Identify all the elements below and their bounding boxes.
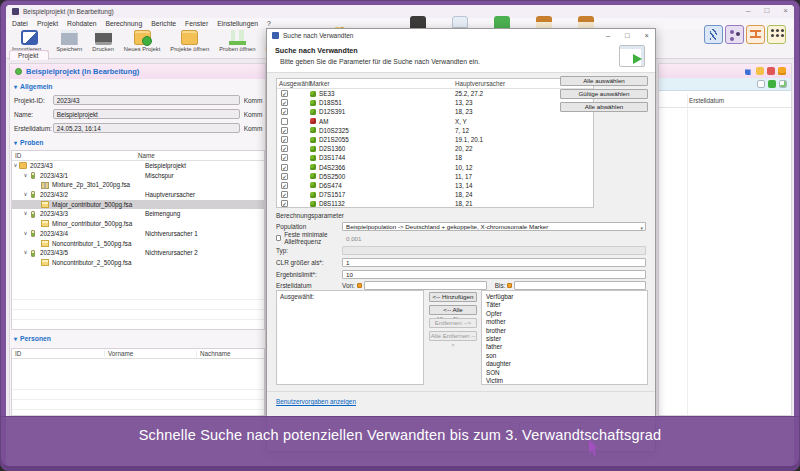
allele-frequency-checkbox[interactable] — [276, 235, 281, 242]
select-button[interactable]: Alle abwählen — [560, 102, 648, 112]
section-allgemein[interactable]: ▾ Allgemein — [14, 83, 53, 90]
available-person-item[interactable]: SON — [486, 369, 643, 377]
marker-row[interactable]: ✓ D8S1132 18, 21 — [277, 199, 593, 208]
marker-checkbox[interactable]: ✓ — [281, 90, 288, 97]
expander-icon[interactable]: ∨ — [22, 229, 29, 239]
marker-checkbox[interactable]: ✓ — [281, 108, 288, 115]
available-person-item[interactable]: brother — [486, 327, 643, 335]
marker-row[interactable]: ✓ D12S391 18, 23 — [277, 107, 593, 116]
menu-item[interactable]: Berichte — [151, 20, 176, 27]
minimize-icon[interactable]: – — [606, 31, 610, 40]
available-person-item[interactable]: daughter — [486, 360, 643, 368]
duallist-button[interactable]: <-- Alle Hinzufügen — [429, 305, 477, 315]
menu-item[interactable]: Rohdaten — [67, 20, 96, 27]
marker-checkbox[interactable]: ✓ — [281, 99, 288, 106]
close-icon[interactable]: × — [783, 6, 788, 15]
tree-row[interactable]: ∨ 2023/43/1 Mischspur — [12, 171, 264, 181]
menu-item[interactable]: Einstellungen — [217, 20, 258, 27]
maximize-icon[interactable]: □ — [625, 31, 630, 40]
dna-icon[interactable] — [704, 25, 723, 44]
partial-papers-icon[interactable] — [452, 16, 468, 28]
toolbar-button[interactable]: Projekte öffnen — [170, 29, 209, 52]
available-person-item[interactable]: Täter — [486, 301, 643, 309]
marker-row[interactable]: ✓ D21S2055 19.1, 20.1 — [277, 135, 593, 144]
marker-row[interactable]: ✓ D10S2325 7, 12 — [277, 126, 593, 135]
available-person-item[interactable]: son — [486, 352, 643, 360]
available-person-item[interactable]: sister — [486, 335, 643, 343]
marker-checkbox[interactable]: ✓ — [281, 191, 288, 198]
tree-row[interactable]: Major_contributor_500pg.fsa — [12, 200, 264, 210]
profiles-icon[interactable] — [767, 25, 786, 44]
marker-checkbox[interactable]: ✓ — [281, 164, 288, 171]
available-persons-list[interactable]: Verfügbar TäterOpfermotherbrothersisterf… — [481, 290, 648, 385]
name-field[interactable]: Beispielprojekt — [53, 109, 240, 119]
marker-checkbox[interactable]: ✓ — [281, 154, 288, 161]
menu-item[interactable]: Fenster — [185, 20, 208, 27]
expander-icon[interactable]: ∨ — [12, 161, 19, 171]
marker-checkbox[interactable]: ✓ — [281, 182, 288, 189]
marker-checkbox[interactable]: ✓ — [281, 200, 288, 207]
marker-row[interactable]: ✓ D4S2366 10, 12 — [277, 163, 593, 172]
yellow-circle-icon[interactable] — [756, 67, 764, 75]
tab-projekt[interactable]: Projekt — [9, 50, 49, 60]
partial-clipboard-icon-2[interactable] — [578, 16, 594, 28]
marker-row[interactable]: ✓ D7S1517 18, 24 — [277, 190, 593, 199]
erstelldatum-column-header[interactable]: Erstelldatum — [689, 97, 724, 104]
red-circle-icon[interactable] — [767, 67, 775, 75]
expander-icon[interactable]: ∨ — [22, 190, 29, 200]
marker-row[interactable]: ✓ D6S474 13, 14 — [277, 181, 593, 190]
select-button[interactable]: Alle auswählen — [560, 76, 648, 86]
benutzervorgaben-link[interactable]: Benutzervorgaben anzeigen — [276, 398, 356, 405]
close-icon[interactable]: × — [645, 31, 649, 40]
marker-row[interactable]: AM X, Y — [277, 117, 593, 126]
persons-icon[interactable] — [725, 25, 744, 44]
menu-item[interactable]: ? — [267, 20, 271, 27]
toolbar-button[interactable]: Neues Projekt — [124, 29, 160, 52]
date-from-field[interactable] — [364, 281, 487, 290]
menu-item[interactable]: Berechnung — [106, 20, 143, 27]
erstelldatum-field[interactable]: 24.05.23, 16:14 — [53, 123, 240, 133]
date-to-field[interactable] — [514, 281, 646, 290]
marker-checkbox[interactable]: ✓ — [281, 136, 288, 143]
expander-icon[interactable]: ∨ — [22, 209, 29, 219]
tree-row[interactable]: Noncontributor_1_500pg.fsa — [12, 239, 264, 249]
marker-checkbox[interactable]: ✓ — [281, 145, 288, 152]
clr-field[interactable]: 1 — [342, 258, 646, 267]
toolbar-button[interactable]: Drucken — [92, 29, 114, 52]
pedigree-icon[interactable] — [746, 25, 765, 44]
marker-checkbox[interactable] — [281, 118, 288, 125]
available-person-item[interactable]: mother — [486, 318, 643, 326]
available-person-item[interactable]: Victim — [486, 377, 643, 385]
tree-row[interactable]: Minor_contributor_500pg.fsa — [12, 219, 264, 229]
select-button[interactable]: Gültige auswählen — [560, 89, 648, 99]
marker-row[interactable]: ✓ D2S1360 20, 22 — [277, 144, 593, 153]
tree-row[interactable]: ∨ 2023/43/3 Beimengung — [12, 209, 264, 219]
limit-field[interactable]: 10 — [342, 270, 646, 279]
population-dropdown[interactable]: Beispielpopulation -> Deutschland + geko… — [342, 222, 646, 231]
tree-row[interactable]: ∨ 2023/43/5 Nichtverursacher 2 — [12, 248, 264, 258]
page-add-icon[interactable] — [779, 80, 787, 88]
section-proben[interactable]: ▾ Proben — [14, 139, 43, 146]
marker-row[interactable]: ✓ D3S1744 18 — [277, 153, 593, 162]
expander-icon[interactable]: ∨ — [22, 171, 29, 181]
tree-row[interactable]: Noncontributor_2_500pg.fsa — [12, 258, 264, 268]
toolbar-button[interactable]: Importieren... — [12, 29, 46, 52]
selected-persons-list[interactable]: Ausgewählt: — [276, 290, 424, 385]
page-icon[interactable] — [757, 80, 765, 88]
marker-row[interactable]: ✓ D18S51 13, 23 — [277, 98, 593, 107]
section-personen[interactable]: ▾ Personen — [14, 335, 51, 342]
marker-row[interactable]: ✓ D5S2500 11, 17 — [277, 172, 593, 181]
marker-checkbox[interactable]: ✓ — [281, 127, 288, 134]
tree-row[interactable]: Mixture_2p_3to1_200pg.fsa — [12, 180, 264, 190]
tree-row[interactable]: ∨ 2023/43/2 Hauptverursacher — [12, 190, 264, 200]
toolbar-button[interactable]: Proben öffnen — [219, 29, 255, 52]
folder-small-icon[interactable] — [778, 67, 786, 75]
marker-checkbox[interactable]: ✓ — [281, 173, 288, 180]
expander-icon[interactable]: ∨ — [22, 248, 29, 258]
menu-item[interactable]: Datei — [12, 20, 28, 27]
minimize-icon[interactable]: – — [746, 6, 750, 15]
toolbar-button[interactable]: Speichern — [56, 29, 82, 52]
maximize-icon[interactable]: □ — [764, 6, 769, 15]
tree-row[interactable]: ∨ 2023/43/4 Nichtverursacher 1 — [12, 229, 264, 239]
duallist-button[interactable]: Entfernen --> — [429, 318, 477, 328]
